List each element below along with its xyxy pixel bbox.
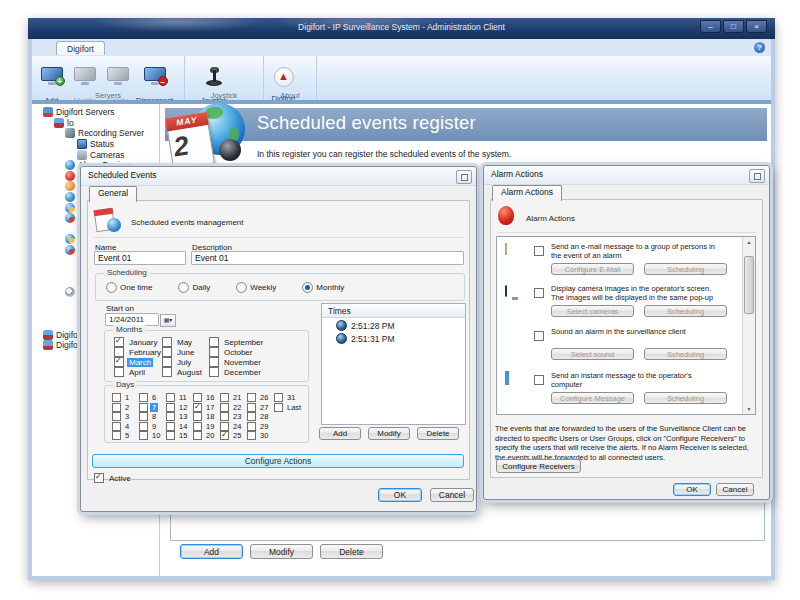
month-checkbox[interactable]: October bbox=[209, 347, 279, 357]
checkbox-icon[interactable] bbox=[193, 422, 202, 431]
checkbox-icon[interactable] bbox=[162, 357, 172, 367]
dialog-close-icon[interactable] bbox=[456, 170, 472, 184]
action-checkbox[interactable] bbox=[534, 331, 544, 341]
modify-button[interactable]: Modify bbox=[250, 544, 313, 559]
checkbox-icon[interactable] bbox=[274, 393, 283, 402]
checkbox-icon[interactable] bbox=[94, 473, 104, 483]
dialog-titlebar[interactable]: Scheduled Events bbox=[81, 167, 476, 186]
month-checkbox[interactable]: September bbox=[209, 337, 279, 347]
action-scheduling-button[interactable]: Scheduling bbox=[644, 392, 727, 404]
checkbox-icon[interactable] bbox=[193, 431, 202, 440]
day-checkbox[interactable]: 10 bbox=[139, 431, 166, 441]
cancel-button[interactable]: Cancel bbox=[430, 488, 474, 502]
checkbox-icon[interactable] bbox=[247, 422, 256, 431]
checkbox-icon[interactable] bbox=[166, 431, 175, 440]
checkbox-icon[interactable] bbox=[166, 403, 175, 412]
month-checkbox[interactable]: November bbox=[209, 357, 279, 367]
day-checkbox[interactable]: 12 bbox=[166, 403, 193, 413]
checkbox-icon[interactable] bbox=[193, 412, 202, 421]
checkbox-icon[interactable] bbox=[220, 431, 229, 440]
day-checkbox[interactable]: 13 bbox=[166, 412, 193, 422]
day-checkbox[interactable]: 14 bbox=[166, 422, 193, 432]
day-checkbox[interactable]: 18 bbox=[193, 412, 220, 422]
month-checkbox[interactable]: April bbox=[114, 367, 160, 377]
checkbox-icon[interactable] bbox=[114, 337, 124, 347]
checkbox-icon[interactable] bbox=[112, 412, 121, 421]
checkbox-icon[interactable] bbox=[220, 412, 229, 421]
day-checkbox[interactable]: Last bbox=[274, 403, 301, 413]
dialog-close-icon[interactable] bbox=[749, 169, 765, 183]
checkbox-icon[interactable] bbox=[209, 337, 219, 347]
scheduling-radio[interactable]: Monthly bbox=[302, 282, 344, 293]
action-scheduling-button[interactable]: Scheduling bbox=[644, 305, 727, 317]
tab-alarm-actions[interactable]: Alarm Actions bbox=[492, 185, 562, 201]
month-checkbox[interactable]: May bbox=[162, 337, 207, 347]
day-checkbox[interactable]: 17 bbox=[193, 403, 220, 413]
action-scheduling-button[interactable]: Scheduling bbox=[644, 348, 727, 360]
checkbox-icon[interactable] bbox=[247, 431, 256, 440]
action-checkbox[interactable] bbox=[534, 246, 544, 256]
tree-item[interactable]: Recording Server bbox=[32, 128, 159, 139]
radio-icon[interactable] bbox=[106, 282, 117, 293]
action-config-button[interactable]: Select cameras bbox=[551, 305, 634, 317]
checkbox-icon[interactable] bbox=[247, 403, 256, 412]
scheduling-radio[interactable]: Daily bbox=[178, 282, 210, 293]
tree-item[interactable]: lo bbox=[32, 118, 159, 129]
day-checkbox[interactable]: 23 bbox=[220, 412, 247, 422]
checkbox-icon[interactable] bbox=[139, 393, 148, 402]
radio-icon[interactable] bbox=[178, 282, 189, 293]
day-checkbox[interactable]: 15 bbox=[166, 431, 193, 441]
day-checkbox[interactable]: 22 bbox=[220, 403, 247, 413]
checkbox-icon[interactable] bbox=[112, 393, 121, 402]
time-list-item[interactable]: 2:51:28 PM bbox=[322, 318, 465, 331]
checkbox-icon[interactable] bbox=[193, 403, 202, 412]
checkbox-icon[interactable] bbox=[114, 367, 124, 377]
dialog-titlebar[interactable]: Alarm Actions bbox=[484, 166, 769, 185]
day-checkbox[interactable]: 4 bbox=[112, 422, 139, 432]
time-list-item[interactable]: 2:51:31 PM bbox=[322, 331, 465, 344]
checkbox-icon[interactable] bbox=[209, 367, 219, 377]
checkbox-icon[interactable] bbox=[274, 403, 283, 412]
scroll-down-icon[interactable]: ▼ bbox=[743, 404, 755, 414]
month-checkbox[interactable]: June bbox=[162, 347, 207, 357]
day-checkbox[interactable]: 6 bbox=[139, 393, 166, 403]
checkbox-icon[interactable] bbox=[220, 403, 229, 412]
scheduling-radio[interactable]: Weekly bbox=[236, 282, 276, 293]
day-checkbox[interactable]: 29 bbox=[247, 422, 274, 432]
action-config-button[interactable]: Configure E-Mail bbox=[551, 263, 634, 275]
checkbox-icon[interactable] bbox=[247, 393, 256, 402]
checkbox-icon[interactable] bbox=[162, 347, 172, 357]
configure-actions-button[interactable]: Configure Actions bbox=[92, 454, 464, 468]
action-checkbox[interactable] bbox=[534, 288, 544, 298]
day-checkbox[interactable]: 2 bbox=[112, 403, 139, 413]
ok-button[interactable]: OK bbox=[673, 483, 711, 496]
action-config-button[interactable]: Configure Message bbox=[551, 392, 634, 404]
time-delete-button[interactable]: Delete bbox=[417, 427, 459, 440]
checkbox-icon[interactable] bbox=[162, 367, 172, 377]
checkbox-icon[interactable] bbox=[139, 431, 148, 440]
day-checkbox[interactable]: 11 bbox=[166, 393, 193, 403]
day-checkbox[interactable]: 3 bbox=[112, 412, 139, 422]
delete-button[interactable]: Delete bbox=[320, 544, 383, 559]
cancel-button[interactable]: Cancel bbox=[716, 483, 754, 496]
scrollbar[interactable]: ▲ ▼ bbox=[742, 237, 755, 414]
checkbox-icon[interactable] bbox=[209, 347, 219, 357]
active-checkbox[interactable]: Active bbox=[94, 473, 133, 483]
month-checkbox[interactable]: December bbox=[209, 367, 279, 377]
tree-item[interactable]: Digifort Servers bbox=[32, 107, 159, 118]
day-checkbox[interactable]: 25 bbox=[220, 431, 247, 441]
window-titlebar[interactable]: Digifort - IP Surveillance System - Admi… bbox=[28, 18, 775, 39]
checkbox-icon[interactable] bbox=[139, 412, 148, 421]
day-checkbox[interactable]: 31 bbox=[274, 393, 301, 403]
maximize-icon[interactable]: □ bbox=[723, 20, 744, 33]
minimize-icon[interactable]: – bbox=[700, 20, 721, 33]
scroll-thumb[interactable] bbox=[744, 256, 754, 314]
date-picker-icon[interactable]: ▦▾ bbox=[160, 314, 176, 327]
name-field[interactable] bbox=[94, 251, 186, 265]
tab-general[interactable]: General bbox=[89, 186, 137, 202]
checkbox-icon[interactable] bbox=[220, 393, 229, 402]
checkbox-icon[interactable] bbox=[209, 357, 219, 367]
description-field[interactable] bbox=[191, 251, 464, 265]
day-checkbox[interactable]: 7 bbox=[139, 403, 166, 413]
tree-item[interactable]: Status bbox=[32, 139, 159, 150]
